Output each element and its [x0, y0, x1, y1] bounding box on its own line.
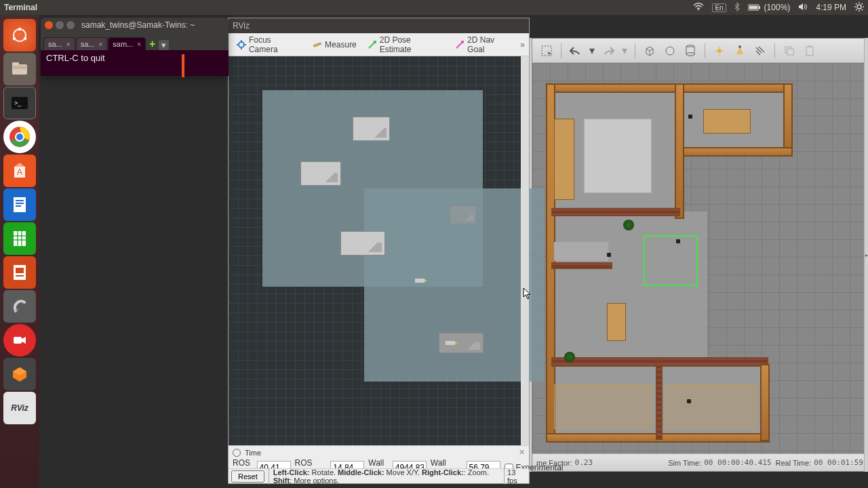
terminal-tab-1[interactable]: sa...×	[76, 37, 108, 50]
select-bbox-icon[interactable]	[539, 43, 554, 58]
launcher-record-icon[interactable]	[3, 324, 36, 357]
svg-line-10	[862, 9, 863, 9]
svg-rect-2	[759, 6, 760, 9]
spot-light-icon[interactable]	[732, 43, 747, 58]
sim-time-label: Sim Time:	[668, 459, 701, 467]
launcher-chrome-icon[interactable]	[3, 121, 36, 153]
svg-point-0	[698, 9, 699, 10]
terminal-tab-2[interactable]: sam...×	[108, 37, 146, 50]
window-max-icon[interactable]	[66, 21, 75, 29]
pose-estimate-button[interactable]: 2D Pose Estimate	[363, 33, 448, 56]
tab-close-icon[interactable]: ×	[137, 41, 141, 48]
unity-launcher: >_ A RViz	[0, 15, 39, 488]
undo-drop-icon[interactable]: ▾	[589, 43, 595, 58]
terminal-output[interactable]: CTRL-C to quit	[41, 50, 229, 66]
clock-icon	[233, 449, 241, 457]
window-close-icon[interactable]	[45, 21, 53, 29]
lang-indicator[interactable]: En	[712, 3, 726, 12]
gazebo-3d-view[interactable]	[532, 63, 867, 453]
svg-rect-3	[749, 6, 757, 9]
battery-indicator[interactable]: (100%)	[748, 3, 791, 12]
svg-point-24	[16, 134, 23, 140]
svg-point-48	[666, 47, 674, 55]
rviz-3d-view[interactable]	[229, 56, 521, 445]
window-min-icon[interactable]	[56, 21, 64, 29]
gazebo-right-splitter[interactable]	[864, 38, 868, 472]
svg-point-41	[239, 42, 244, 47]
point-light-icon[interactable]	[712, 43, 727, 58]
clock[interactable]: 4:19 PM	[816, 3, 846, 12]
svg-point-16	[24, 37, 26, 40]
launcher-software-icon[interactable]: A	[3, 155, 36, 187]
tab-close-icon[interactable]: ×	[66, 41, 71, 48]
terminal-tabs: sa...× sa...× sam...× + ▾	[41, 33, 229, 50]
svg-point-14	[18, 28, 21, 30]
time-panel-header: Time ✕	[229, 445, 529, 459]
bluetooth-icon[interactable]	[734, 2, 740, 14]
svg-rect-40	[14, 337, 22, 344]
rviz-toolbar: Focus Camera Measure 2D Pose Estimate 2D…	[229, 33, 529, 56]
reset-button[interactable]: Reset	[231, 470, 264, 483]
launcher-terminal-icon[interactable]: >_	[3, 87, 36, 119]
fps-label: 13 fps	[504, 468, 526, 485]
svg-text:A: A	[17, 167, 22, 177]
time-panel-close-icon[interactable]: ✕	[519, 448, 525, 457]
launcher-rviz-icon[interactable]: RViz	[3, 392, 36, 424]
terminal-titlebar[interactable]: samak_twins@Samak-Twins: ~	[41, 18, 229, 33]
launcher-calc-icon[interactable]	[3, 222, 36, 255]
tab-menu-button[interactable]: ▾	[159, 40, 169, 50]
terminal-tab-0[interactable]: sa...×	[43, 37, 75, 50]
svg-point-39	[16, 308, 18, 311]
undo-icon[interactable]	[568, 43, 583, 58]
paste-icon[interactable]	[802, 43, 817, 58]
svg-point-57	[738, 45, 741, 48]
launcher-dash-icon[interactable]	[3, 19, 36, 52]
launcher-impress-icon[interactable]	[3, 256, 36, 289]
svg-rect-46	[313, 42, 322, 47]
svg-rect-30	[16, 205, 21, 207]
redo-drop-icon[interactable]: ▾	[621, 43, 628, 58]
active-app-title: Terminal	[4, 3, 37, 12]
gazebo-toolbar: ▾ ▾	[532, 39, 867, 63]
toolbar-overflow-icon[interactable]: »	[520, 40, 525, 49]
dir-light-icon[interactable]	[753, 43, 768, 58]
svg-line-9	[856, 3, 856, 4]
measure-button[interactable]: Measure	[309, 38, 361, 52]
svg-point-51	[686, 52, 694, 56]
cylinder-primitive-icon[interactable]	[683, 43, 698, 58]
gazebo-status-bar: me Factor: 0.23 Sim Time: 00 00:00:40.41…	[532, 453, 867, 471]
rtf-value: 0.23	[575, 458, 593, 467]
gear-icon[interactable]	[854, 2, 864, 14]
wifi-icon[interactable]	[693, 3, 704, 13]
mouse-hint: Left-Click: Rotate. Middle-Click: Move X…	[269, 468, 500, 485]
rviz-window: RViz Focus Camera Measure 2D Pose Estima…	[228, 18, 530, 484]
nav-goal-button[interactable]: 2D Nav Goal	[451, 33, 517, 56]
focus-camera-button[interactable]: Focus Camera	[233, 33, 306, 56]
volume-icon[interactable]	[798, 3, 808, 13]
launcher-writer-icon[interactable]	[3, 188, 36, 221]
terminal-window: samak_twins@Samak-Twins: ~ sa...× sa...×…	[41, 18, 229, 76]
copy-icon[interactable]	[782, 43, 797, 58]
svg-rect-62	[787, 49, 793, 55]
terminal-active-strip	[182, 54, 184, 77]
redo-icon[interactable]	[601, 43, 616, 58]
gazebo-window: ▾ ▾	[532, 38, 868, 472]
svg-rect-31	[14, 231, 26, 246]
svg-line-12	[856, 9, 856, 9]
launcher-gazebo-icon[interactable]	[3, 358, 36, 390]
launcher-files-icon[interactable]	[3, 53, 36, 85]
svg-rect-27	[14, 197, 26, 212]
svg-rect-63	[806, 47, 813, 56]
real-time-value: 00 00:01:59	[814, 458, 863, 467]
sphere-primitive-icon[interactable]	[663, 43, 677, 58]
svg-point-52	[717, 49, 722, 53]
rviz-vertical-scrollbar[interactable]	[521, 56, 529, 445]
tab-close-icon[interactable]: ×	[98, 41, 102, 48]
new-tab-button[interactable]: +	[146, 38, 158, 50]
box-primitive-icon[interactable]	[642, 43, 657, 58]
terminal-title: samak_twins@Samak-Twins: ~	[81, 20, 195, 30]
svg-line-11	[862, 3, 863, 4]
svg-point-15	[13, 37, 16, 40]
svg-rect-28	[16, 200, 24, 201]
launcher-settings-icon[interactable]	[3, 290, 36, 323]
